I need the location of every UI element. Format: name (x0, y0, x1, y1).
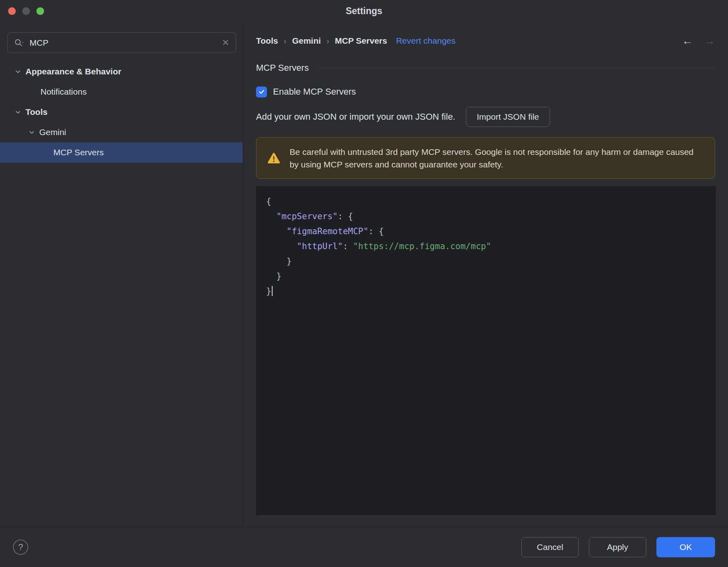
sidebar-item-appearance-behavior[interactable]: Appearance & Behavior (0, 61, 243, 82)
add-json-text: Add your own JSON or import your own JSO… (256, 112, 455, 122)
history-nav: ← → (682, 36, 715, 47)
window-title: Settings (0, 0, 728, 22)
code-line: "figmaRemoteMCP": { (266, 224, 706, 239)
text-cursor-caret (272, 286, 273, 296)
search-input[interactable] (30, 38, 217, 48)
breadcrumb-item-mcp-servers[interactable]: MCP Servers (335, 36, 387, 46)
breadcrumb-separator: › (284, 36, 286, 46)
settings-main-pane: Tools › Gemini › MCP Servers Revert chan… (243, 22, 728, 527)
sidebar-item-label: MCP Servers (53, 148, 104, 157)
enable-mcp-label: Enable MCP Servers (273, 87, 356, 97)
section-divider (317, 68, 715, 68)
settings-tree: Appearance & Behavior Notifications Tool… (0, 61, 243, 163)
code-line: { (266, 194, 706, 209)
json-editor[interactable]: { "mcpServers": { "figmaRemoteMCP": { "h… (256, 186, 716, 515)
breadcrumb-item-tools[interactable]: Tools (256, 36, 278, 46)
sidebar-item-gemini[interactable]: Gemini (0, 122, 243, 142)
clear-search-icon[interactable]: ✕ (222, 38, 229, 47)
ok-button[interactable]: OK (656, 537, 715, 557)
sidebar-item-mcp-servers[interactable]: MCP Servers (0, 142, 243, 163)
sidebar-item-tools[interactable]: Tools (0, 102, 243, 122)
revert-changes-link[interactable]: Revert changes (396, 36, 455, 46)
chevron-down-icon[interactable] (15, 110, 21, 114)
code-line: "mcpServers": { (266, 209, 706, 224)
sidebar-item-label: Notifications (40, 87, 87, 97)
dialog-footer: ? Cancel Apply OK (0, 527, 728, 567)
settings-sidebar: ✕ Appearance & Behavior Notifications To… (0, 22, 243, 527)
back-arrow-icon[interactable]: ← (682, 36, 693, 47)
sidebar-item-label: Tools (25, 107, 47, 117)
code-line: } (266, 269, 706, 284)
chevron-down-icon[interactable] (15, 70, 21, 74)
title-bar: Settings (0, 0, 728, 22)
breadcrumb-separator: › (326, 36, 329, 46)
search-icon[interactable] (14, 38, 25, 47)
enable-mcp-checkbox[interactable] (256, 87, 267, 97)
code-line: } (266, 284, 706, 299)
warning-banner: Be careful with untrusted 3rd party MCP … (256, 137, 715, 179)
section-title: MCP Servers (256, 63, 309, 73)
import-json-file-button[interactable]: Import JSON file (466, 107, 550, 127)
sidebar-item-notifications[interactable]: Notifications (0, 82, 243, 102)
sidebar-item-label: Gemini (39, 127, 66, 137)
code-line: "httpUrl": "https://mcp.figma.com/mcp" (266, 239, 706, 254)
breadcrumb: Tools › Gemini › MCP Servers Revert chan… (256, 30, 715, 51)
json-code: { "mcpServers": { "figmaRemoteMCP": { "h… (266, 194, 706, 299)
sidebar-item-label: Appearance & Behavior (25, 67, 121, 76)
chevron-down-icon[interactable] (29, 131, 34, 134)
settings-window: Settings ✕ Appearance & Behavior (0, 0, 728, 567)
settings-search-field[interactable]: ✕ (7, 32, 236, 53)
apply-button[interactable]: Apply (589, 537, 646, 557)
cancel-button[interactable]: Cancel (521, 537, 579, 557)
section-header: MCP Servers (256, 61, 715, 75)
breadcrumb-item-gemini[interactable]: Gemini (292, 36, 321, 46)
code-line: } (266, 254, 706, 269)
forward-arrow-icon[interactable]: → (704, 36, 715, 47)
warning-icon (267, 152, 281, 164)
warning-text: Be careful with untrusted 3rd party MCP … (290, 146, 702, 171)
enable-mcp-servers-row[interactable]: Enable MCP Servers (256, 85, 356, 99)
add-json-row: Add your own JSON or import your own JSO… (256, 107, 715, 127)
help-button[interactable]: ? (13, 539, 28, 555)
